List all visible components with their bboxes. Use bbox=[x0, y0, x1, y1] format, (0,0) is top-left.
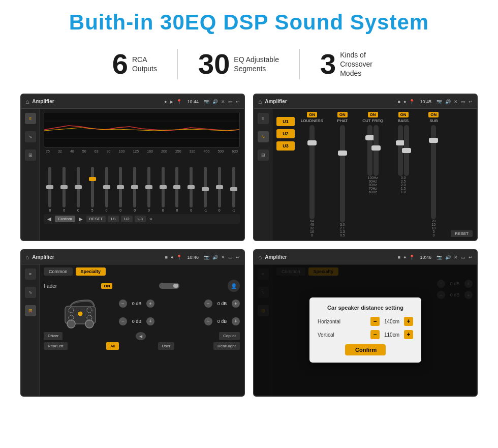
dialog-back-icon[interactable]: ↩ bbox=[469, 255, 473, 260]
fader-back-icon[interactable]: ↩ bbox=[236, 255, 240, 260]
eq-u3-btn[interactable]: U3 bbox=[135, 216, 146, 222]
eq-custom-btn[interactable]: Custom bbox=[55, 216, 75, 222]
fader-dot-icon: ■ bbox=[165, 255, 168, 260]
eq-u1-btn[interactable]: U1 bbox=[108, 216, 119, 222]
fader-tab-specialty[interactable]: Specialty bbox=[76, 267, 106, 276]
dialog-home-icon[interactable]: ⌂ bbox=[258, 254, 262, 261]
crossover-sidebar-icon-2[interactable]: ∿ bbox=[258, 131, 269, 142]
fader-on-badge[interactable]: ON bbox=[101, 283, 112, 289]
eq-next-btn[interactable]: ▶ bbox=[77, 216, 84, 222]
bass-slider-g[interactable] bbox=[404, 125, 409, 176]
fader-sidebar-icon-3[interactable]: ⊞ bbox=[25, 305, 36, 316]
eq-slider-13[interactable]: -1 bbox=[227, 167, 240, 212]
dialog-title: Car speaker distance setting bbox=[318, 305, 413, 311]
crossover-volume-icon: 🔊 bbox=[445, 99, 451, 104]
fader-br-plus[interactable]: + bbox=[232, 317, 240, 325]
eq-slider-3[interactable]: 5 bbox=[86, 167, 99, 212]
eq-topbar: ⌂ Amplifier ● ▶ 📍 10:44 📷 🔊 ✕ ▭ ↩ bbox=[21, 95, 244, 109]
stat-number-eq: 30 bbox=[198, 50, 230, 78]
loudness-on-label[interactable]: ON bbox=[307, 112, 317, 117]
fader-arrow-icon: ◀ bbox=[136, 332, 146, 340]
preset-u1[interactable]: U1 bbox=[276, 117, 295, 126]
fader-sidebar-icon-2[interactable]: ∿ bbox=[25, 287, 36, 298]
phat-on-label[interactable]: ON bbox=[337, 112, 348, 117]
eq-u2-btn[interactable]: U2 bbox=[121, 216, 132, 222]
stat-label-eq: EQ AdjustableSegments bbox=[234, 55, 279, 73]
dialog-horizontal-value: 140cm bbox=[382, 319, 402, 324]
eq-slider-11[interactable]: -1 bbox=[199, 167, 212, 212]
eq-sidebar-icon-2[interactable]: ∿ bbox=[25, 131, 36, 142]
volume-icon: 🔊 bbox=[212, 99, 218, 104]
fader-sidebar-icon-1[interactable]: ≡ bbox=[25, 268, 36, 280]
driver-btn[interactable]: Driver bbox=[44, 332, 63, 340]
eq-slider-0[interactable]: 0 bbox=[44, 167, 56, 212]
preset-u3[interactable]: U3 bbox=[276, 141, 295, 151]
eq-screen-title: Amplifier bbox=[32, 99, 161, 104]
svg-point-5 bbox=[85, 320, 94, 328]
eq-reset-btn[interactable]: RESET bbox=[86, 216, 106, 222]
fader-screen: ⌂ Amplifier ■ ● 📍 10:46 📷 🔊 ✕ ▭ ↩ ≡ ∿ ⊞ bbox=[20, 249, 245, 397]
confirm-button[interactable]: Confirm bbox=[345, 344, 386, 355]
fader-tl-minus[interactable]: − bbox=[119, 300, 127, 308]
bass-on-label[interactable]: ON bbox=[398, 112, 409, 117]
eq-slider-8[interactable]: 0 bbox=[157, 167, 169, 212]
crossover-camera-icon: 📷 bbox=[437, 99, 442, 104]
copilot-btn[interactable]: Copilot bbox=[219, 332, 240, 340]
crossover-dot-icon: ■ bbox=[398, 99, 400, 104]
fader-bl-plus[interactable]: + bbox=[146, 317, 154, 325]
eq-slider-12[interactable]: 0 bbox=[213, 167, 226, 212]
fader-tl-plus[interactable]: + bbox=[146, 300, 154, 308]
back-icon[interactable]: ↩ bbox=[236, 99, 240, 104]
fader-tr-plus[interactable]: + bbox=[232, 300, 240, 308]
user-btn[interactable]: User bbox=[158, 342, 175, 350]
fader-location-icon: 📍 bbox=[176, 255, 182, 260]
fader-tab-common[interactable]: Common bbox=[44, 267, 73, 276]
fader-camera-icon: 📷 bbox=[204, 255, 209, 260]
eq-slider-10[interactable]: 0 bbox=[185, 167, 198, 212]
sub-on-label[interactable]: ON bbox=[428, 112, 439, 117]
cutfreq-slider-g[interactable] bbox=[374, 125, 379, 176]
cutfreq-slider-f[interactable] bbox=[367, 125, 372, 176]
fader-br-minus[interactable]: − bbox=[204, 317, 212, 325]
dialog-horizontal-label: Horizontal bbox=[318, 319, 370, 324]
crossover-sidebar-icon-3[interactable]: ⊞ bbox=[258, 150, 269, 161]
cutfreq-on-label[interactable]: ON bbox=[368, 112, 378, 117]
eq-slider-4[interactable]: 0 bbox=[100, 167, 113, 212]
eq-more-btn[interactable]: » bbox=[148, 216, 154, 222]
crossover-screen: ⌂ Amplifier ■ ● 📍 10:45 📷 🔊 ✕ ▭ ↩ ≡ ∿ ⊞ bbox=[253, 94, 478, 241]
camera-icon: 📷 bbox=[204, 99, 209, 104]
eq-slider-6[interactable]: 0 bbox=[129, 167, 141, 212]
dialog-vertical-minus[interactable]: − bbox=[370, 330, 380, 339]
home-icon[interactable]: ⌂ bbox=[25, 98, 29, 105]
phat-slider[interactable] bbox=[340, 125, 345, 223]
rearright-btn[interactable]: RearRight bbox=[213, 342, 240, 350]
fader-bl-minus[interactable]: − bbox=[119, 317, 127, 325]
crossover-reset-btn[interactable]: RESET bbox=[451, 230, 473, 237]
eq-slider-7[interactable]: 0 bbox=[142, 167, 155, 212]
eq-sidebar-icon-1[interactable]: ≡ bbox=[25, 113, 36, 124]
fader-home-icon[interactable]: ⌂ bbox=[25, 254, 29, 261]
all-btn[interactable]: All bbox=[106, 342, 119, 350]
fader-tr-minus[interactable]: − bbox=[204, 300, 212, 308]
dialog-vertical-plus[interactable]: + bbox=[404, 330, 413, 339]
eq-prev-btn[interactable]: ◀ bbox=[46, 216, 53, 222]
eq-slider-2[interactable]: 0 bbox=[72, 167, 85, 212]
dialog-location-icon: 📍 bbox=[409, 255, 415, 260]
fader-circle-icon: ● bbox=[171, 255, 173, 260]
preset-u2[interactable]: U2 bbox=[276, 129, 295, 138]
eq-slider-5[interactable]: 0 bbox=[114, 167, 127, 212]
eq-sidebar-icon-3[interactable]: ⊞ bbox=[25, 150, 36, 161]
crossover-back-icon[interactable]: ↩ bbox=[469, 99, 473, 104]
sub-slider[interactable] bbox=[431, 125, 436, 219]
fader-min-icon: ▭ bbox=[228, 255, 233, 260]
rearleft-btn[interactable]: RearLeft bbox=[44, 342, 68, 350]
loudness-slider[interactable] bbox=[309, 125, 315, 219]
dialog-time: 10:46 bbox=[420, 255, 431, 260]
bass-name: BASS bbox=[398, 118, 409, 123]
eq-slider-1[interactable]: 0 bbox=[58, 167, 71, 212]
crossover-sidebar-icon-1[interactable]: ≡ bbox=[258, 113, 269, 124]
dialog-horizontal-plus[interactable]: + bbox=[404, 317, 413, 326]
crossover-home-icon[interactable]: ⌂ bbox=[258, 98, 262, 105]
eq-slider-9[interactable]: 0 bbox=[171, 167, 183, 212]
dialog-horizontal-minus[interactable]: − bbox=[370, 317, 380, 326]
